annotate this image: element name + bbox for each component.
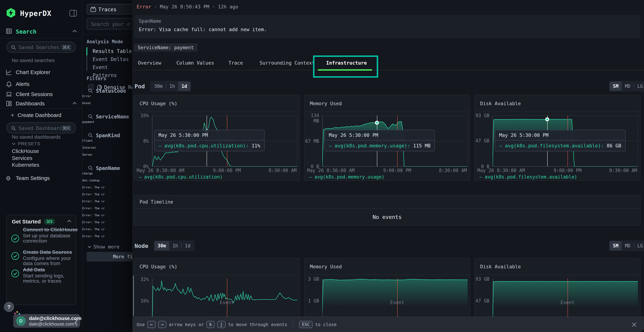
- tab-infrastructure[interactable]: Infrastructure: [326, 60, 367, 66]
- filter-option[interactable]: charge: [82, 172, 132, 179]
- filter-option[interactable]: Error: The cr: [82, 186, 132, 193]
- saved-searches-input[interactable]: Saved Searches ⌘K: [6, 42, 76, 52]
- divider: [0, 108, 82, 109]
- chevron-down-icon: [88, 246, 91, 248]
- app-logo: HyperDX: [0, 8, 82, 19]
- event-marker-label: Event: [390, 300, 404, 305]
- tab-surrounding-context[interactable]: Surrounding Context: [260, 60, 315, 66]
- x-tick-label: 8:30:00 AM: [609, 168, 637, 173]
- filter-option[interactable]: Error: The cr: [82, 234, 132, 242]
- x-tick-label: May 26 8:30:00 AM: [307, 168, 354, 173]
- filter-option[interactable]: Error: The cr: [82, 193, 132, 200]
- filter-option[interactable]: payment: [82, 120, 132, 127]
- node-size-md[interactable]: MD: [622, 241, 634, 250]
- saved-dashboards-input[interactable]: Saved Dashboards ⌘K: [6, 122, 76, 134]
- help-button[interactable]: ?: [4, 302, 14, 312]
- sidebar-item-dashboards[interactable]: Dashboards: [0, 98, 82, 108]
- y-tick-label: 93 GB: [475, 276, 490, 282]
- event-header: Error · May 26 8:50:43 PM · 12h ago: [137, 4, 238, 10]
- y-tick-label: 16%: [134, 113, 149, 118]
- mode-results-table[interactable]: Results Table: [93, 47, 132, 55]
- sidebar-item-alerts[interactable]: Alerts: [0, 79, 82, 89]
- filter-option[interactable]: Server: [82, 153, 132, 160]
- chevron-up-icon[interactable]: [67, 220, 72, 222]
- tab-overview[interactable]: Overview: [138, 60, 161, 66]
- more-filters-button[interactable]: More fil: [86, 252, 132, 262]
- node-range-1d[interactable]: 1d: [182, 241, 194, 250]
- pod-title: Pod: [134, 83, 145, 90]
- y-tick-label: 16%: [134, 298, 149, 304]
- sidebar-item-client-sessions[interactable]: Client Sessions: [0, 89, 82, 99]
- node-size-sm[interactable]: SM: [610, 241, 622, 250]
- event-search-placeholder: Search your e: [91, 21, 130, 27]
- node-size-segmented: SM MD LG: [609, 240, 644, 251]
- x-tick-label: 9:00:00 PM: [554, 168, 582, 173]
- user-menu[interactable]: D dale@clickhouse.com dale@clickhouse.co…: [13, 314, 80, 328]
- preset-kubernetes[interactable]: Kubernetes: [12, 162, 39, 168]
- tab-column-values[interactable]: Column Values: [176, 60, 214, 66]
- pod-range-1h[interactable]: 1h: [166, 82, 178, 91]
- sidebar-item-team-settings[interactable]: ⚙ Team Settings: [0, 173, 82, 183]
- hover-point-marker: [545, 117, 549, 121]
- pod-size-sm[interactable]: SM: [610, 82, 622, 91]
- sidebar-item-chart-explorer[interactable]: Chart Explorer: [0, 67, 82, 77]
- filter-option[interactable]: dns.lookup: [82, 179, 132, 186]
- filter-option[interactable]: Internal: [82, 146, 132, 153]
- collapse-sidebar-icon[interactable]: [70, 10, 77, 17]
- y-tick-label: 3 GB: [304, 276, 319, 282]
- preset-services[interactable]: Services: [12, 155, 32, 161]
- filter-option[interactable]: Error: The cr: [82, 200, 132, 206]
- pod-range-1d[interactable]: 1d: [178, 82, 190, 91]
- service-name-chip[interactable]: ServiceName: payment: [134, 44, 197, 52]
- app-title: HyperDX: [20, 9, 52, 18]
- traces-source-icon: [90, 6, 96, 12]
- source-select[interactable]: Traces: [86, 4, 132, 14]
- filter-group-statuscode: StatusCode: [82, 87, 132, 94]
- filter-option[interactable]: Unset: [82, 102, 132, 108]
- filter-option[interactable]: Error: The cr: [82, 220, 132, 228]
- pod-timeline-title: Pod Timeline: [134, 195, 640, 208]
- mode-event-patterns[interactable]: Event Patterns: [93, 63, 132, 71]
- tab-trace[interactable]: Trace: [228, 60, 243, 66]
- panel-scrollbar[interactable]: [133, 276, 134, 316]
- mode-event-deltas[interactable]: Event Deltas: [93, 55, 129, 63]
- chart-tooltip: May 26 5:30:00 PM — avg(k8s.pod.cpu.util…: [154, 130, 264, 151]
- search-icon: [11, 126, 16, 131]
- k-key: k: [206, 321, 215, 328]
- hover-point-marker: [375, 121, 379, 125]
- pod-size-md[interactable]: MD: [622, 82, 634, 91]
- mode-active-indicator: [86, 47, 87, 56]
- show-more-button[interactable]: Show more: [88, 244, 120, 250]
- filter-option[interactable]: Error: The cr: [82, 206, 132, 214]
- pod-size-lg[interactable]: LG: [634, 82, 644, 91]
- filter-option[interactable]: Error: The cr: [82, 214, 132, 220]
- pod-range-30m[interactable]: 30m: [151, 82, 166, 91]
- y-tick-label: 47 GB: [475, 298, 490, 304]
- mode-track: [86, 47, 87, 71]
- presets-toggle[interactable]: PRESETS: [12, 141, 40, 146]
- node-range-30m[interactable]: 30m: [154, 241, 169, 250]
- node-size-lg[interactable]: LG: [634, 241, 644, 250]
- sidebar-item-search[interactable]: Search: [0, 26, 82, 37]
- filter-option[interactable]: Error: [82, 94, 132, 102]
- pod-section-header: Pod 30m 1h 1d SM MD LG: [133, 81, 644, 92]
- pod-disk-chart-card: Disk Available 93 GB47 GB0 B Event May 2…: [474, 95, 640, 181]
- get-started-badge: 3/3: [44, 218, 55, 225]
- y-tick-label: 93 GB: [475, 113, 490, 118]
- pod-timeline-empty: No events: [134, 208, 640, 226]
- y-tick-label: 47 GB: [475, 138, 490, 144]
- preset-clickhouse[interactable]: ClickHouse: [12, 148, 39, 154]
- filter-option[interactable]: Client: [82, 139, 132, 146]
- hyperdx-logo-icon: [6, 8, 16, 18]
- node-range-1h[interactable]: 1h: [169, 241, 181, 250]
- x-tick-label: 9:00:00 PM: [213, 168, 241, 173]
- create-dashboard-button[interactable]: + Create Dashboard: [11, 112, 61, 118]
- chevron-up-icon: [72, 102, 77, 105]
- y-tick-label: 134 MB: [304, 113, 319, 124]
- event-search-input[interactable]: Search your e: [86, 18, 132, 30]
- close-icon[interactable]: [631, 321, 638, 328]
- j-key: j: [217, 321, 226, 328]
- filter-option[interactable]: Error: The cr: [82, 228, 132, 234]
- y-tick-label: 32%: [134, 277, 149, 282]
- check-circle-icon: [11, 234, 19, 242]
